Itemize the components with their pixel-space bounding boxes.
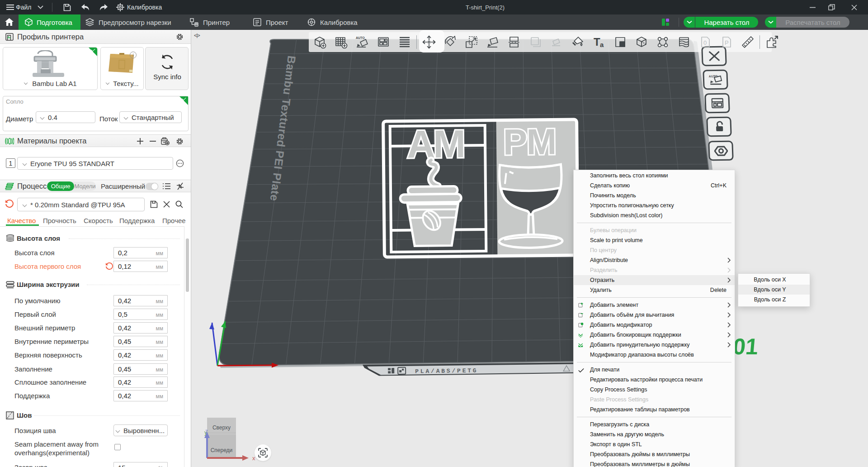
svg-text:PM: PM [503, 121, 556, 162]
svg-text:0: 0 [703, 39, 707, 46]
svg-text:PLA/ABS/PETG: PLA/ABS/PETG [415, 367, 478, 375]
svg-text:a: a [600, 41, 604, 48]
svg-text:P: P [725, 39, 729, 46]
svg-text:z: z [205, 428, 208, 434]
svg-text:T: T [594, 36, 600, 48]
svg-text:AUTO: AUTO [356, 36, 365, 39]
svg-text:AUTO: AUTO [708, 75, 718, 78]
svg-text:01: 01 [732, 334, 759, 359]
svg-text:AM: AM [407, 122, 464, 166]
